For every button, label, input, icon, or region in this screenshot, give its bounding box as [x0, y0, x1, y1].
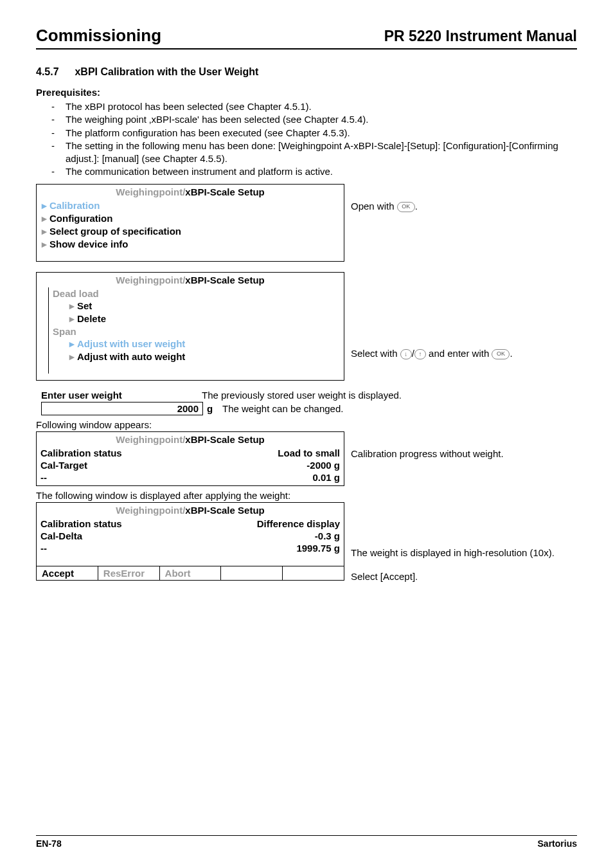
panel-scale-setup-cal: Weighingpoint/xBPI-Scale Setup Dead load… [36, 272, 344, 381]
ok-key-icon: OK [492, 349, 510, 359]
row-value: -0.3 g [315, 530, 340, 541]
weight-unit: g [207, 403, 218, 414]
row-value: Difference display [257, 518, 340, 529]
menu-group-dead-load: Dead load [51, 287, 336, 300]
panel-title-name: xBPI-Scale Setup [185, 186, 264, 197]
note-suffix: . [415, 201, 418, 212]
triangle-right-icon: ▸ [42, 200, 49, 212]
row-value: 0.01 g [312, 472, 340, 483]
panel-title: Weighingpoint/xBPI-Scale Setup [37, 273, 344, 287]
panel-title-path: Weighingpoint/ [116, 434, 185, 445]
menu-item-label: Adjust with auto weight [77, 351, 185, 362]
user-weight-value[interactable]: 2000 [41, 402, 203, 415]
status-row: -- 1999.75 g [37, 542, 344, 554]
row-label: -- [40, 472, 47, 483]
status-row: Calibration status Load to small [37, 447, 344, 459]
header-right: PR 5220 Instrument Manual [384, 28, 577, 45]
footer-left: EN-78 [36, 838, 62, 849]
note-prefix: Select with [351, 348, 400, 359]
menu-item-label: Adjust with user weight [77, 338, 185, 349]
menu-item-label: Configuration [49, 213, 112, 224]
softkey-empty [283, 566, 344, 580]
softkey-abort[interactable]: Abort [160, 566, 222, 580]
row-label: Cal-Delta [40, 530, 82, 541]
footer-right: Sartorius [538, 838, 577, 849]
prereq-heading: Prerequisites: [36, 87, 577, 98]
page-header: Commissioning PR 5220 Instrument Manual [36, 26, 577, 50]
status-row: Cal-Target -2000 g [37, 459, 344, 471]
menu-item-delete[interactable]: ▸Delete [51, 312, 336, 325]
menu-item-select-group[interactable]: ▸Select group of specification [40, 225, 340, 238]
menu-item-calibration[interactable]: ▸Calibration [40, 199, 340, 212]
weight-change-note: The weight can be changed. [218, 403, 577, 414]
panel2-note: Select with ↓/↑ and enter with OK. [344, 272, 577, 359]
note-suffix: . [510, 348, 512, 359]
row-value: -2000 g [306, 460, 340, 471]
section-title: xBPI Calibration with the User Weight [75, 66, 258, 77]
panel4-notes: The weight is displayed in high-resoluti… [344, 502, 577, 582]
softkey-empty [221, 566, 283, 580]
panel-title-name: xBPI-Scale Setup [185, 505, 264, 516]
menu-item-label: Delete [77, 313, 106, 324]
row-value: 1999.75 g [296, 543, 340, 554]
menu-item-adjust-user[interactable]: ▸Adjust with user weight [51, 338, 336, 350]
status-row: -- 0.01 g [37, 471, 344, 485]
menu-item-adjust-auto[interactable]: ▸Adjust with auto weight [51, 350, 336, 363]
menu-item-set[interactable]: ▸Set [51, 300, 336, 312]
row-value: Load to small [278, 448, 340, 458]
panel-title: Weighingpoint/xBPI-Scale Setup [37, 503, 344, 518]
triangle-right-icon: ▸ [42, 239, 49, 250]
panel-title-name: xBPI-Scale Setup [185, 434, 264, 445]
panel-cal-progress: Weighingpoint/xBPI-Scale Setup Calibrati… [36, 431, 344, 486]
menu-item-device-info[interactable]: ▸Show device info [40, 238, 340, 251]
triangle-right-icon: ▸ [69, 338, 77, 350]
triangle-right-icon: ▸ [42, 226, 49, 237]
prereq-item: The setting in the following menu has be… [44, 140, 577, 166]
weight-number: 2000 [177, 403, 199, 414]
panel-title: Weighingpoint/xBPI-Scale Setup [37, 185, 344, 199]
row-label: Calibration status [40, 448, 122, 458]
panel-title-path: Weighingpoint/ [116, 186, 185, 197]
softkey-reserror[interactable]: ResError [98, 566, 160, 580]
triangle-right-icon: ▸ [69, 351, 77, 363]
panel-title: Weighingpoint/xBPI-Scale Setup [37, 432, 344, 447]
enter-weight-desc: The previously stored user weight is dis… [202, 390, 577, 401]
note-text: Calibration progress without weight. [351, 448, 504, 459]
select-accept-note: Select [Accept]. [351, 571, 577, 582]
row-label: -- [40, 543, 47, 554]
menu-item-configuration[interactable]: ▸Configuration [40, 212, 340, 225]
triangle-right-icon: ▸ [42, 213, 49, 224]
triangle-right-icon: ▸ [69, 313, 77, 325]
section-number: 4.5.7 [36, 66, 72, 78]
panel3-note: Calibration progress without weight. [344, 431, 577, 459]
panel-cal-diff: Weighingpoint/xBPI-Scale Setup Calibrati… [36, 502, 344, 581]
panel-title-path: Weighingpoint/ [116, 275, 185, 285]
panel1-note: Open with OK. [344, 184, 577, 212]
section-heading: 4.5.7 xBPI Calibration with the User Wei… [36, 66, 577, 78]
softkey-accept[interactable]: Accept [37, 566, 98, 580]
arrow-down-key-icon: ↓ [400, 349, 412, 359]
panel-title-path: Weighingpoint/ [116, 505, 185, 516]
prereq-item: The xBPI protocol has been selected (see… [44, 100, 577, 113]
note-mid: and enter with [429, 348, 492, 359]
row-label: Calibration status [40, 518, 122, 529]
arrow-up-key-icon: ↑ [414, 349, 426, 359]
prereq-item: The weighing point ‚xBPI-scale' has been… [44, 113, 577, 126]
enter-weight-label: Enter user weight [36, 390, 202, 401]
header-left: Commissioning [36, 26, 161, 46]
page-footer: EN-78 Sartorius [36, 835, 577, 849]
note-text: Open with [351, 201, 397, 212]
softkey-label: ResError [103, 568, 145, 579]
menu-item-label: Select group of specification [49, 226, 181, 237]
after-apply-text: The following window is displayed after … [36, 490, 577, 501]
row-label: Cal-Target [40, 460, 87, 471]
ok-key-icon: OK [397, 202, 415, 212]
status-row: Calibration status Difference display [37, 518, 344, 530]
panel-scale-setup-main: Weighingpoint/xBPI-Scale Setup ▸Calibrat… [36, 184, 344, 262]
softkey-row: Accept ResError Abort [37, 566, 344, 580]
menu-item-label: Calibration [49, 200, 100, 211]
softkey-label: Accept [42, 568, 74, 579]
prereq-list: The xBPI protocol has been selected (see… [36, 100, 577, 179]
menu-item-label: Show device info [49, 239, 129, 249]
menu-item-label: Set [77, 300, 92, 311]
